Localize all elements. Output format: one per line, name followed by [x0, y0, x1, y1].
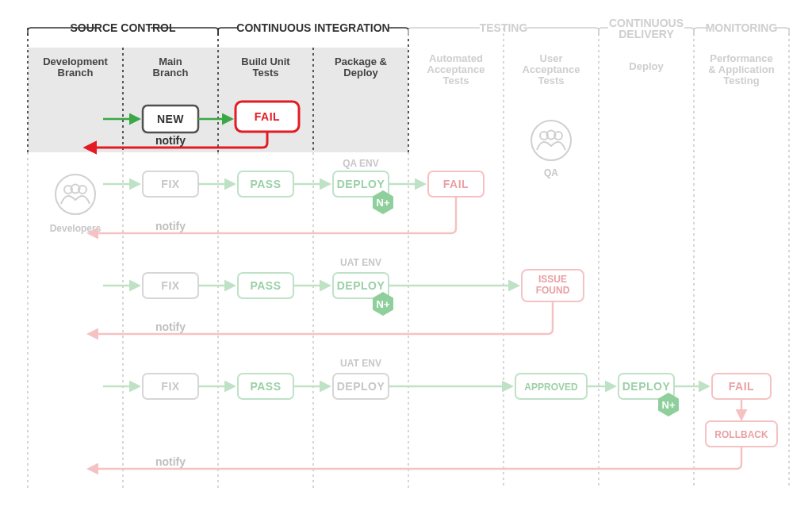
svg-text:FIX: FIX	[161, 279, 179, 292]
qa-label: QA	[544, 167, 558, 178]
svg-text:DEPLOY: DEPLOY	[337, 380, 385, 393]
env-uat-label-1: UAT ENV	[340, 257, 381, 268]
section-testing: TESTING	[480, 21, 528, 34]
svg-text:ROLLBACK: ROLLBACK	[714, 429, 768, 440]
svg-text:APPROVED: APPROVED	[524, 382, 578, 393]
svg-text:PASS: PASS	[250, 178, 281, 190]
svg-text:FIX: FIX	[161, 178, 179, 190]
developers-icon	[56, 175, 95, 214]
notify-label-row2: notify	[155, 220, 186, 232]
section-source-control: SOURCE CONTROL	[71, 21, 176, 34]
svg-text:DEPLOY: DEPLOY	[337, 178, 385, 190]
svg-text:DEPLOY: DEPLOY	[622, 380, 671, 393]
qa-icon	[531, 121, 571, 160]
svg-text:NEW: NEW	[157, 113, 184, 125]
svg-text:FIX: FIX	[161, 380, 179, 393]
svg-text:ISSUEFOUND: ISSUEFOUND	[536, 274, 570, 296]
svg-text:PASS: PASS	[250, 380, 281, 393]
env-qa-label: QA ENV	[343, 158, 379, 169]
svg-text:PASS: PASS	[250, 279, 281, 292]
notify-label-row4: notify	[155, 455, 186, 468]
notify-label-row3: notify	[155, 320, 186, 333]
svg-text:DEPLOY: DEPLOY	[337, 279, 385, 292]
env-uat-label-2: UAT ENV	[340, 358, 381, 369]
section-ci: CONTINUOUS INTEGRATION	[236, 21, 389, 34]
section-monitoring: MONITORING	[706, 21, 778, 34]
col-user-accept: UserAcceptanceTests	[523, 52, 580, 86]
svg-text:FAIL: FAIL	[729, 380, 754, 393]
notify-label-row1: notify	[155, 134, 186, 147]
col-auto-accept: AutomatedAcceptanceTests	[427, 52, 485, 86]
col-perf-testing: Performance& ApplicationTesting	[708, 52, 774, 86]
pipeline-diagram: N+ SOURCE CONTROL CONTINUOUS INTEGRATION…	[0, 0, 812, 518]
svg-text:FAIL: FAIL	[255, 110, 280, 123]
section-cd: CONTINUOUSDELIVERY	[609, 17, 684, 40]
svg-text:FAIL: FAIL	[443, 178, 469, 190]
col-deploy: Deploy	[629, 60, 664, 72]
